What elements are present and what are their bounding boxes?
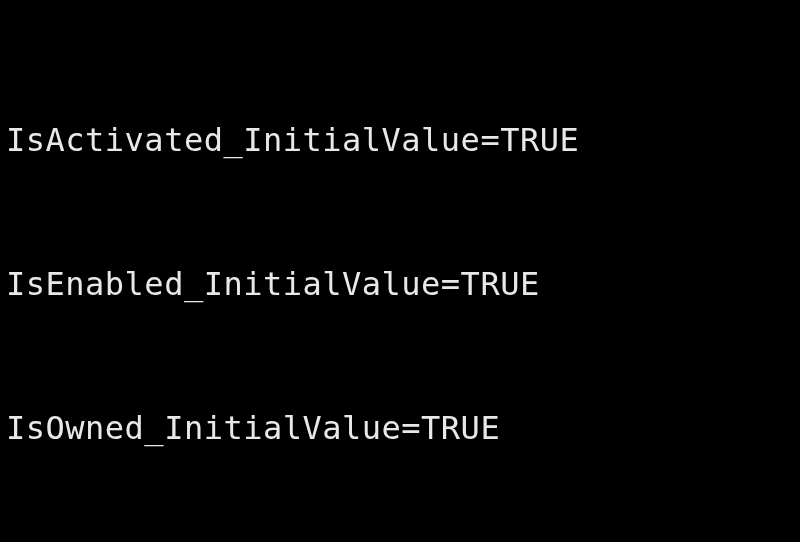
value-text: TRUE: [421, 409, 500, 447]
terminal-output: IsActivated_InitialValue=TRUE IsEnabled_…: [0, 0, 800, 542]
key-label: IsEnabled_InitialValue: [6, 265, 441, 303]
output-line: IsOwned_InitialValue=TRUE: [6, 404, 794, 452]
equals-sign: =: [480, 121, 500, 159]
value-text: TRUE: [500, 121, 579, 159]
equals-sign: =: [441, 265, 461, 303]
output-line: IsActivated_InitialValue=TRUE: [6, 116, 794, 164]
equals-sign: =: [401, 409, 421, 447]
output-line: IsEnabled_InitialValue=TRUE: [6, 260, 794, 308]
value-text: TRUE: [461, 265, 540, 303]
key-label: IsOwned_InitialValue: [6, 409, 401, 447]
key-label: IsActivated_InitialValue: [6, 121, 480, 159]
